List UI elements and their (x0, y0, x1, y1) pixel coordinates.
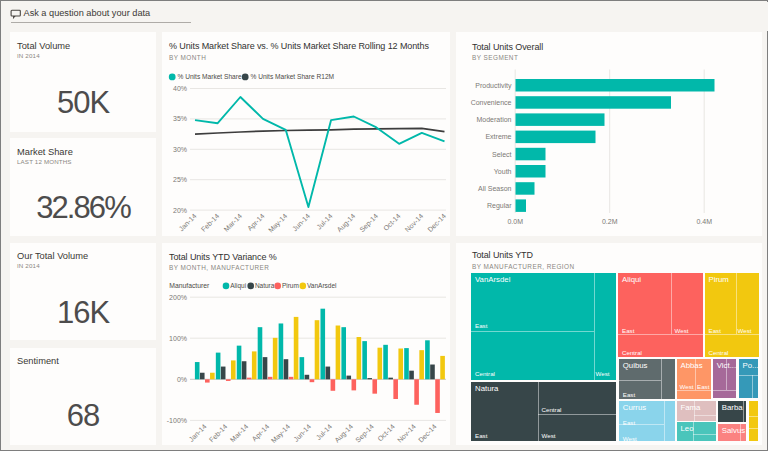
svg-text:0%: 0% (177, 376, 187, 383)
svg-text:Jan-14: Jan-14 (188, 423, 208, 443)
svg-text:Mar-14: Mar-14 (229, 423, 250, 444)
svg-text:Oct-14: Oct-14 (382, 212, 402, 232)
svg-text:VanArsdel: VanArsdel (307, 282, 337, 289)
svg-text:Nov-14: Nov-14 (404, 212, 425, 233)
svg-text:Pirum: Pirum (282, 282, 299, 289)
svg-text:Select: Select (492, 151, 512, 158)
svg-text:-100%: -100% (167, 417, 187, 424)
svg-text:Productivity: Productivity (475, 82, 512, 90)
svg-text:Natura: Natura (255, 282, 275, 289)
svg-text:Convenience: Convenience (471, 99, 512, 106)
svg-text:Aug-14: Aug-14 (333, 423, 355, 445)
svg-text:Manufacturer: Manufacturer (169, 282, 210, 289)
svg-text:Nov-14: Nov-14 (396, 423, 417, 444)
svg-text:Jun-14: Jun-14 (291, 212, 311, 232)
svg-text:Dec-14: Dec-14 (417, 423, 438, 444)
svg-text:Aliqui: Aliqui (230, 282, 246, 290)
svg-text:Sep-14: Sep-14 (358, 212, 380, 234)
svg-text:0.2M: 0.2M (602, 218, 618, 225)
svg-text:Youth: Youth (494, 168, 512, 175)
svg-text:Dec-14: Dec-14 (426, 212, 447, 233)
svg-text:Jun-14: Jun-14 (292, 423, 312, 443)
svg-text:May-14: May-14 (270, 423, 292, 445)
svg-text:Jul-14: Jul-14 (315, 423, 334, 442)
svg-text:Sep-14: Sep-14 (354, 423, 376, 445)
svg-text:0.0M: 0.0M (507, 218, 523, 225)
svg-text:% Units Market Share R12M: % Units Market Share R12M (251, 73, 335, 80)
svg-text:Moderation: Moderation (476, 116, 511, 123)
svg-text:Apr-14: Apr-14 (251, 423, 272, 444)
svg-text:0.4M: 0.4M (696, 218, 712, 225)
svg-text:All Season: All Season (478, 185, 512, 192)
svg-text:May-14: May-14 (267, 212, 289, 234)
svg-text:Feb-14: Feb-14 (208, 423, 229, 444)
svg-text:25%: 25% (173, 176, 187, 183)
svg-text:% Units Market Share: % Units Market Share (178, 73, 242, 80)
svg-text:Jul-14: Jul-14 (315, 212, 334, 231)
svg-text:Regular: Regular (487, 202, 512, 210)
svg-text:Feb-14: Feb-14 (200, 212, 221, 233)
svg-text:200%: 200% (169, 294, 187, 301)
svg-text:Mar-14: Mar-14 (222, 212, 243, 233)
svg-text:20%: 20% (173, 207, 187, 214)
svg-text:30%: 30% (173, 146, 187, 153)
svg-text:Apr-14: Apr-14 (246, 212, 267, 233)
svg-text:Jan-14: Jan-14 (178, 212, 198, 232)
svg-text:Aug-14: Aug-14 (336, 212, 358, 234)
svg-text:40%: 40% (173, 85, 187, 92)
svg-text:Oct-14: Oct-14 (376, 423, 396, 443)
svg-text:100%: 100% (169, 335, 187, 342)
svg-text:35%: 35% (173, 115, 187, 122)
svg-text:Extreme: Extreme (485, 133, 511, 140)
